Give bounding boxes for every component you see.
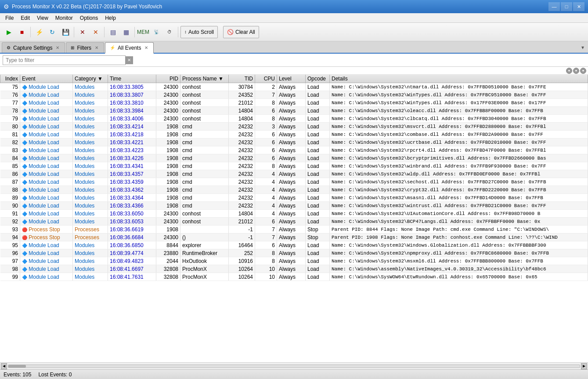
event-icon: 🔷 [22, 275, 27, 280]
col-header-time[interactable]: Time [108, 75, 156, 83]
filter-input[interactable] [3, 55, 126, 65]
table-row[interactable]: 90 🔷 Module Load Modules 16:08:33.4366 1… [0, 202, 588, 210]
h-scroll-left[interactable]: ◀ [1, 363, 7, 369]
table-row[interactable]: 99 🔷 Module Load Modules 16:08:41.7631 3… [0, 273, 588, 281]
close-button[interactable]: ✕ [573, 2, 584, 11]
cell-tid: 21012 [229, 99, 255, 107]
cell-event: 🔷 Module Load [20, 146, 73, 154]
network-button[interactable]: 📡 [150, 26, 162, 38]
table-row[interactable]: 92 🔷 Module Load Modules 16:08:33.6053 2… [0, 218, 588, 226]
cell-cpu: 7 [255, 226, 277, 233]
tab-filters[interactable]: ⊞ Filters ✕ [66, 42, 104, 53]
table-row[interactable]: 88 🔷 Module Load Modules 16:08:33.4362 1… [0, 186, 588, 194]
table-row[interactable]: 83 🔷 Module Load Modules 16:08:33.4223 1… [0, 146, 588, 154]
tab-capture-settings[interactable]: ⚙ Capture Settings ✕ [2, 42, 65, 53]
table-row[interactable]: 86 🔷 Module Load Modules 16:08:33.4357 1… [0, 170, 588, 178]
cell-tid: 24232 [229, 131, 255, 138]
scroll-dot-1[interactable]: ● [566, 68, 572, 74]
table-row[interactable]: 85 🔷 Module Load Modules 16:08:33.4341 1… [0, 162, 588, 170]
col-header-details[interactable]: Details [330, 75, 588, 83]
col-header-level[interactable]: Level [277, 75, 306, 83]
main-table[interactable]: Index Event Category ▼ Time PID Process … [0, 75, 588, 362]
table-row[interactable]: 98 🔷 Module Load Modules 16:08:41.6697 3… [0, 265, 588, 273]
scroll-dot-3[interactable]: ● [580, 68, 586, 74]
cell-details: Name: C:\Windows\System32\sechost.dll Ad… [330, 178, 588, 186]
horizontal-scrollbar[interactable]: ◀ ▶ [0, 362, 588, 369]
menu-view[interactable]: View [33, 14, 52, 22]
table-row[interactable]: 93 🔴 Process Stop Processes 16:08:36.661… [0, 226, 588, 233]
menu-monitor[interactable]: Monitor [52, 14, 76, 22]
h-scroll-thumb[interactable] [8, 365, 26, 368]
play-button[interactable]: ▶ [3, 26, 15, 38]
table-row[interactable]: 82 🔷 Module Load Modules 16:08:33.4221 1… [0, 138, 588, 146]
filter-clear-button[interactable]: ✕ [125, 56, 133, 64]
tab-all-events[interactable]: ⚡ All Events ✕ [105, 42, 154, 54]
col-header-index[interactable]: Index [0, 75, 20, 83]
table-row[interactable]: 91 🔷 Module Load Modules 16:08:33.6050 2… [0, 210, 588, 218]
table-row[interactable]: 79 🔷 Module Load Modules 16:08:33.4006 2… [0, 115, 588, 123]
cell-event: 🔷 Module Load [20, 83, 73, 91]
memory-button[interactable]: MEM [137, 26, 149, 38]
layout-btn-2[interactable]: ▦ [120, 26, 132, 38]
table-row[interactable]: 96 🔷 Module Load Modules 16:08:39.4774 2… [0, 249, 588, 257]
table-row[interactable]: 76 🔷 Module Load Modules 16:08:33.3807 2… [0, 91, 588, 99]
cell-opcode: Load [306, 146, 330, 154]
table-row[interactable]: 81 🔷 Module Load Modules 16:08:33.4218 1… [0, 131, 588, 138]
clear-all-button[interactable]: 🚫 Clear All [223, 26, 259, 38]
col-header-cpu[interactable]: CPU [255, 75, 277, 83]
table-row[interactable]: 78 🔷 Module Load Modules 16:08:33.3984 2… [0, 107, 588, 115]
h-scroll-track[interactable] [8, 364, 580, 368]
cell-tid: 16464 [229, 241, 255, 249]
filters-close[interactable]: ✕ [94, 45, 99, 51]
table-row[interactable]: 87 🔷 Module Load Modules 16:08:33.4359 1… [0, 178, 588, 186]
col-header-tid[interactable]: TID [229, 75, 255, 83]
maximize-button[interactable]: □ [561, 2, 572, 11]
table-row[interactable]: 84 🔷 Module Load Modules 16:08:33.4226 1… [0, 154, 588, 162]
cell-process: HxOutlook [180, 257, 229, 265]
table-row[interactable]: 94 🔴 Process Stop Processes 16:08:36.668… [0, 233, 588, 241]
stop-button[interactable]: ■ [16, 26, 28, 38]
table-row[interactable]: 97 🔷 Module Load Modules 16:08:49.4823 2… [0, 257, 588, 265]
menu-help[interactable]: Help [101, 14, 119, 22]
tab-dropdown[interactable]: ▾ [579, 42, 586, 53]
event-icon: 🔷 [22, 243, 27, 248]
col-header-opcode[interactable]: Opcode [306, 75, 330, 83]
cell-details: Name: C:\Windows\System32\crypt32.dll Ad… [330, 186, 588, 194]
all-events-close[interactable]: ✕ [144, 45, 149, 51]
layout-btn-1[interactable]: ▤ [107, 26, 119, 38]
toolbar: ▶ ■ ⚡ ↻ 💾 ✕ ✕ ▤ ▦ MEM 📡 ⏱ ↕ Auto Scroll … [0, 23, 588, 41]
table-row[interactable]: 95 🔷 Module Load Modules 16:08:36.6850 8… [0, 241, 588, 249]
filter-btn-2[interactable]: ✕ [90, 26, 102, 38]
menu-options[interactable]: Options [76, 14, 101, 22]
refresh-button[interactable]: ↻ [46, 26, 58, 38]
cell-opcode: Load [306, 210, 330, 218]
col-header-category[interactable]: Category ▼ [73, 75, 108, 83]
cell-pid: 1908 [156, 138, 180, 146]
menu-file[interactable]: File [2, 14, 17, 22]
table-row[interactable]: 75 🔷 Module Load Modules 16:08:33.3805 2… [0, 83, 588, 91]
capture-settings-close[interactable]: ✕ [55, 45, 60, 51]
col-header-process[interactable]: Process Name ▼ [180, 75, 229, 83]
menu-edit[interactable]: Edit [17, 14, 33, 22]
save-button[interactable]: 💾 [59, 26, 72, 38]
scroll-dot-2[interactable]: ● [573, 68, 579, 74]
lightning-button[interactable]: ⚡ [33, 26, 45, 38]
table-row[interactable]: 80 🔷 Module Load Modules 16:08:33.4214 1… [0, 123, 588, 131]
table-row[interactable]: 89 🔷 Module Load Modules 16:08:33.4364 1… [0, 194, 588, 202]
cell-pid: 1908 [156, 146, 180, 154]
clock-button[interactable]: ⏱ [163, 26, 176, 38]
cell-details: Name: C:\Windows\System32\WinTypes.dll A… [330, 99, 588, 107]
filter-btn-1[interactable]: ✕ [76, 26, 89, 38]
cell-details: Name: C:\Windows\System32\rpcrt4.dll Add… [330, 146, 588, 154]
table-row[interactable]: 77 🔷 Module Load Modules 16:08:33.3810 2… [0, 99, 588, 107]
h-scroll-right[interactable]: ▶ [581, 363, 587, 369]
auto-scroll-button[interactable]: ↕ Auto Scroll [180, 26, 218, 38]
col-header-pid[interactable]: PID [156, 75, 180, 83]
cell-cpu: 6 [255, 154, 277, 162]
cell-opcode: Load [306, 99, 330, 107]
cell-event: 🔷 Module Load [20, 170, 73, 178]
minimize-button[interactable]: — [548, 2, 560, 11]
col-header-event[interactable]: Event [20, 75, 73, 83]
cell-tid: 14804 [229, 210, 255, 218]
cell-index: 99 [0, 273, 20, 281]
